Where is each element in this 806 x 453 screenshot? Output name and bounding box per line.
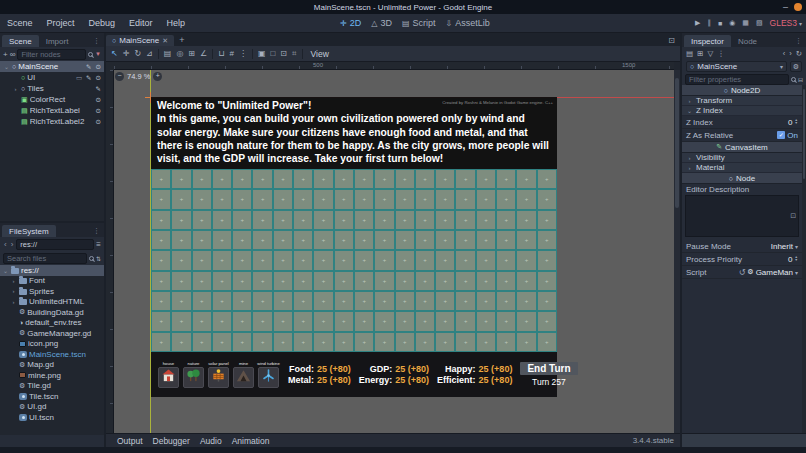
panel-output[interactable]: Output — [112, 436, 148, 446]
expand-arrow-icon[interactable]: › — [10, 299, 17, 305]
inspector-scrollbar[interactable] — [802, 85, 806, 433]
filter-nodes-input[interactable] — [17, 49, 86, 60]
spinner-icon[interactable]: ▲▼ — [795, 119, 798, 125]
menu-debug[interactable]: Debug — [82, 18, 123, 28]
panel-animation[interactable]: Animation — [227, 436, 275, 446]
property-sort-icon[interactable]: ⊟ — [798, 76, 803, 83]
building-button-house[interactable] — [158, 367, 179, 388]
visibility-icon[interactable]: ⊙ — [95, 96, 102, 104]
dock-options-icon[interactable]: ⋮ — [89, 37, 104, 47]
editor-2d-view[interactable]: Welcome to "Unlimited Power"! In this ga… — [114, 70, 674, 433]
tab-import[interactable]: Import — [39, 35, 76, 47]
nav-forward-icon[interactable]: › — [10, 240, 15, 249]
gui-input-icon[interactable]: ▭ — [75, 74, 83, 82]
tree-node-richtextlabel2[interactable]: ▤RichTextLabel2⊙ — [0, 116, 104, 127]
view-menu[interactable]: View — [308, 49, 332, 59]
section-material[interactable]: ›Material — [682, 163, 802, 173]
file-item[interactable]: icon.png — [0, 339, 104, 350]
add-node-icon[interactable]: + — [3, 50, 8, 59]
play-custom-scene-button[interactable]: ▦ — [742, 19, 749, 27]
lock-icon[interactable]: ▣ — [258, 49, 266, 58]
end-turn-button[interactable]: End Turn — [520, 362, 577, 375]
ruler-icon[interactable]: ∠ — [200, 49, 207, 58]
new-tab-button[interactable]: + — [174, 35, 189, 46]
edited-node-select[interactable]: ○ MainScene ▾ — [686, 61, 787, 72]
file-item[interactable]: UI.tscn — [0, 412, 104, 423]
unlock-icon[interactable]: □ — [271, 49, 276, 58]
tab-scene[interactable]: Scene — [2, 35, 39, 47]
close-button[interactable] — [794, 3, 802, 11]
tab-node[interactable]: Node — [731, 35, 764, 47]
grid-snap-icon[interactable]: # — [229, 49, 233, 58]
zoom-level[interactable]: 74.9 % — [127, 72, 150, 81]
move-tool-icon[interactable]: ✛ — [123, 49, 130, 58]
spinner-icon[interactable]: ▲▼ — [795, 256, 798, 262]
group-icon[interactable]: ⊡ — [280, 49, 287, 58]
resource-options-icon[interactable]: ⋮ — [717, 49, 725, 58]
file-item[interactable]: ◑default_env.tres — [0, 318, 104, 329]
expand-arrow-icon[interactable]: ⌄ — [2, 267, 9, 274]
nav-back-icon[interactable]: ‹ — [3, 240, 8, 249]
minimize-button[interactable]: – — [783, 2, 788, 12]
expand-arrow-icon[interactable]: › — [10, 278, 17, 284]
expand-arrow-icon[interactable]: › — [12, 86, 19, 92]
filter-properties-input[interactable] — [685, 74, 789, 85]
file-item[interactable]: ›UnlimitedHTML — [0, 297, 104, 308]
workspace-assetlib[interactable]: ⇩AssetLib — [445, 18, 489, 28]
file-item[interactable]: ›Font — [0, 276, 104, 287]
process-priority-value[interactable]: 0 — [788, 255, 792, 264]
stop-button[interactable]: ■ — [718, 20, 722, 27]
panel-audio[interactable]: Audio — [195, 436, 227, 446]
history-forward-icon[interactable]: › — [789, 49, 792, 58]
file-item[interactable]: ›Sprites — [0, 286, 104, 297]
building-button-solar-panel[interactable] — [208, 367, 229, 388]
close-tab-icon[interactable]: ✕ — [162, 37, 168, 45]
file-item[interactable]: ⚙UI.gd — [0, 402, 104, 413]
file-item[interactable]: ⌄res:// — [0, 265, 104, 276]
pause-button[interactable]: ∥ — [707, 19, 711, 27]
scene-tab-mainscene[interactable]: ○ MainScene ✕ — [106, 35, 174, 46]
script-icon[interactable]: ✎ — [85, 74, 92, 82]
play-scene-button[interactable]: ◉ — [729, 19, 735, 27]
search-files-input[interactable] — [3, 253, 87, 264]
tree-node-mainscene[interactable]: ⌄○MainScene✎⊙ — [0, 61, 104, 72]
pause-mode-select[interactable]: Inherit ▾ — [771, 242, 798, 251]
filter-icon[interactable]: ▼ — [95, 51, 101, 57]
section-visibility[interactable]: ›Visibility — [682, 153, 802, 163]
select-tool-icon[interactable]: ↖ — [111, 49, 118, 58]
history-icon[interactable]: ↻ — [796, 49, 802, 58]
script-icon[interactable]: ✎ — [85, 63, 92, 71]
panel-debugger[interactable]: Debugger — [148, 436, 195, 446]
pan-icon[interactable]: ⊞ — [188, 49, 195, 58]
menu-editor[interactable]: Editor — [122, 18, 160, 28]
smart-snap-icon[interactable]: ⊔ — [218, 49, 224, 58]
tab-filesystem[interactable]: FileSystem — [2, 225, 56, 237]
zoom-in-button[interactable]: + — [153, 72, 162, 81]
snap-options-icon[interactable]: ⋮ — [239, 49, 247, 58]
section-z-index[interactable]: ⌄Z Index — [682, 106, 802, 116]
section-transform[interactable]: ›Transform — [682, 96, 802, 106]
dock-options-icon[interactable]: ⋮ — [89, 227, 104, 237]
workspace-3d[interactable]: △3D — [371, 18, 392, 28]
skeleton-icon[interactable]: ⌗ — [292, 49, 297, 59]
play-button[interactable]: ▶ — [695, 19, 700, 27]
distraction-free-icon[interactable]: ⊡ — [663, 36, 680, 46]
file-item[interactable]: MainScene.tscn — [0, 349, 104, 360]
expand-arrow-icon[interactable]: › — [10, 288, 17, 294]
menu-project[interactable]: Project — [40, 18, 82, 28]
expand-arrow-icon[interactable]: ⌄ — [3, 63, 10, 70]
tree-node-richtextlabel[interactable]: ▤RichTextLabel⊙ — [0, 105, 104, 116]
new-resource-icon[interactable]: ▤ — [686, 49, 693, 58]
file-item[interactable]: ⚙BuildingData.gd — [0, 307, 104, 318]
load-resource-icon[interactable]: ⊞ — [697, 49, 703, 58]
script-select[interactable]: ↺ ⚙ GameMan ▾ — [739, 268, 798, 277]
split-mode-icon[interactable]: ≡ — [96, 240, 101, 249]
tab-inspector[interactable]: Inspector — [684, 35, 731, 47]
script-icon[interactable]: ✎ — [95, 85, 102, 93]
workspace-2d[interactable]: ✛2D — [340, 18, 361, 28]
history-back-icon[interactable]: ‹ — [783, 49, 786, 58]
dock-options-icon[interactable]: ⋮ — [791, 37, 806, 47]
rotate-tool-icon[interactable]: ↻ — [134, 49, 141, 58]
tree-node-colorrect[interactable]: ▣ColorRect⊙ — [0, 94, 104, 105]
zoom-out-button[interactable]: − — [115, 72, 124, 81]
